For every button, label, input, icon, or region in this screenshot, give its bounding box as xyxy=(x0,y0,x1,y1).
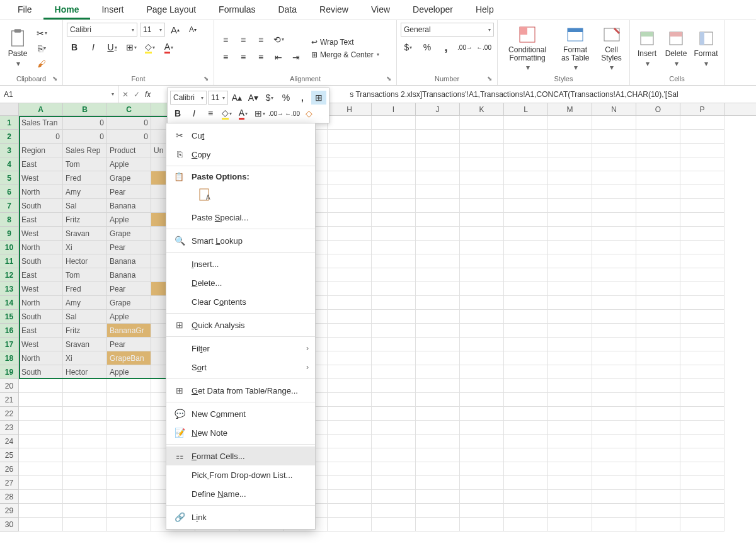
cell-C5[interactable]: Grape xyxy=(107,171,151,185)
cell-O11[interactable] xyxy=(636,254,680,268)
cell-L17[interactable] xyxy=(504,338,548,351)
cell-I9[interactable] xyxy=(372,227,416,241)
cm-insert[interactable]: Insert... xyxy=(166,254,315,273)
mini-clear-icon[interactable]: ◇ xyxy=(301,106,316,120)
cell-J11[interactable] xyxy=(416,254,460,268)
cm-clear-contents[interactable]: Clear Contents xyxy=(166,292,315,311)
cell-M4[interactable] xyxy=(548,157,592,171)
cell-C8[interactable]: Apple xyxy=(107,213,151,227)
cell-M6[interactable] xyxy=(548,185,592,199)
cell-K14[interactable] xyxy=(460,296,504,310)
menu-review[interactable]: Review xyxy=(308,0,360,20)
cell-M26[interactable] xyxy=(548,462,592,476)
cell-M19[interactable] xyxy=(548,365,592,379)
menu-help[interactable]: Help xyxy=(464,0,505,20)
cell-C29[interactable] xyxy=(107,504,151,518)
align-left-icon[interactable]: ≡ xyxy=(218,50,233,64)
cell-M8[interactable] xyxy=(548,213,592,227)
cell-B25[interactable] xyxy=(63,448,107,462)
cm-define-name[interactable]: Define Name... xyxy=(166,484,315,503)
cell-O3[interactable] xyxy=(636,144,680,157)
cell-P2[interactable] xyxy=(680,130,724,144)
orientation-icon[interactable]: ⟲▾ xyxy=(271,33,286,47)
cell-I18[interactable] xyxy=(372,351,416,365)
cell-P3[interactable] xyxy=(680,144,724,157)
cell-H26[interactable] xyxy=(328,462,372,476)
cell-O25[interactable] xyxy=(636,448,680,462)
cell-A12[interactable]: East xyxy=(19,268,63,282)
cell-L20[interactable] xyxy=(504,379,548,393)
cell-B4[interactable]: Tom xyxy=(63,157,107,171)
row-header-4[interactable]: 4 xyxy=(0,157,18,171)
row-header-18[interactable]: 18 xyxy=(0,351,18,365)
cell-B6[interactable]: Amy xyxy=(63,185,107,199)
cell-L24[interactable] xyxy=(504,435,548,448)
cell-P30[interactable] xyxy=(680,518,724,532)
mini-percent-icon[interactable]: % xyxy=(278,91,294,105)
cell-J16[interactable] xyxy=(416,324,460,338)
mini-increase-font-icon[interactable]: A▴ xyxy=(229,91,244,105)
cell-L18[interactable] xyxy=(504,351,548,365)
cell-C13[interactable]: Pear xyxy=(107,282,151,296)
cell-L15[interactable] xyxy=(504,310,548,324)
cell-K27[interactable] xyxy=(460,476,504,490)
cell-A16[interactable]: East xyxy=(19,324,63,338)
col-header-K[interactable]: K xyxy=(460,103,504,115)
cell-N3[interactable] xyxy=(592,144,636,157)
cell-P7[interactable] xyxy=(680,199,724,213)
cell-O20[interactable] xyxy=(636,379,680,393)
cell-L12[interactable] xyxy=(504,268,548,282)
cell-M20[interactable] xyxy=(548,379,592,393)
cell-L27[interactable] xyxy=(504,476,548,490)
cell-K24[interactable] xyxy=(460,435,504,448)
cm-cut[interactable]: ✂Cut xyxy=(166,126,315,145)
cell-O10[interactable] xyxy=(636,241,680,254)
cell-A21[interactable] xyxy=(19,393,63,407)
cell-O28[interactable] xyxy=(636,490,680,504)
cell-N13[interactable] xyxy=(592,282,636,296)
cell-P20[interactable] xyxy=(680,379,724,393)
cell-L11[interactable] xyxy=(504,254,548,268)
cell-N30[interactable] xyxy=(592,518,636,532)
cell-K12[interactable] xyxy=(460,268,504,282)
cell-L1[interactable] xyxy=(504,116,548,130)
increase-indent-icon[interactable]: ⇥ xyxy=(289,50,304,64)
underline-button[interactable]: U▾ xyxy=(105,40,120,54)
cell-J4[interactable] xyxy=(416,157,460,171)
cell-H17[interactable] xyxy=(328,338,372,351)
col-header-M[interactable]: M xyxy=(548,103,592,115)
cm-quick-analysis[interactable]: ⊞Quick Analysis xyxy=(166,316,315,334)
cell-M7[interactable] xyxy=(548,199,592,213)
row-header-21[interactable]: 21 xyxy=(0,393,18,407)
cell-O22[interactable] xyxy=(636,407,680,421)
mini-decrease-font-icon[interactable]: A▾ xyxy=(246,91,261,105)
cell-I25[interactable] xyxy=(372,448,416,462)
align-center-icon[interactable]: ≡ xyxy=(236,50,251,64)
cell-I4[interactable] xyxy=(372,157,416,171)
cell-I2[interactable] xyxy=(372,130,416,144)
cell-P1[interactable] xyxy=(680,116,724,130)
cell-P23[interactable] xyxy=(680,421,724,435)
cell-K30[interactable] xyxy=(460,518,504,532)
percent-button[interactable]: % xyxy=(420,40,435,54)
row-header-23[interactable]: 23 xyxy=(0,421,18,435)
cell-H21[interactable] xyxy=(328,393,372,407)
cell-O29[interactable] xyxy=(636,504,680,518)
cell-J15[interactable] xyxy=(416,310,460,324)
cell-M12[interactable] xyxy=(548,268,592,282)
cell-O21[interactable] xyxy=(636,393,680,407)
conditional-formatting-button[interactable]: Conditional Formatting▾ xyxy=(501,23,553,74)
cell-B1[interactable]: 0 xyxy=(63,116,107,130)
col-header-H[interactable]: H xyxy=(328,103,372,115)
cell-P10[interactable] xyxy=(680,241,724,254)
increase-font-icon[interactable]: A▴ xyxy=(168,23,183,37)
cell-L9[interactable] xyxy=(504,227,548,241)
cell-B30[interactable] xyxy=(63,518,107,532)
cell-B29[interactable] xyxy=(63,504,107,518)
cell-L14[interactable] xyxy=(504,296,548,310)
cell-P26[interactable] xyxy=(680,462,724,476)
delete-cells-button[interactable]: Delete▾ xyxy=(663,27,689,69)
cell-L13[interactable] xyxy=(504,282,548,296)
cell-O30[interactable] xyxy=(636,518,680,532)
cell-A23[interactable] xyxy=(19,421,63,435)
